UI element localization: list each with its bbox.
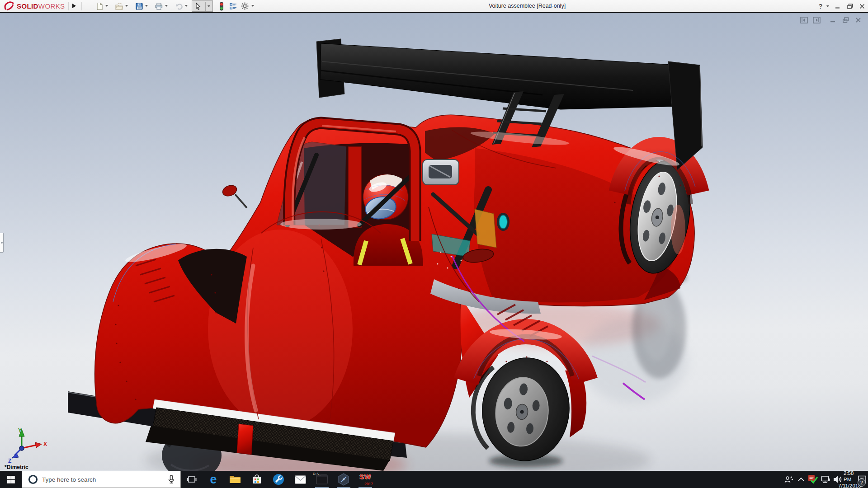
search-input[interactable] [42,476,167,483]
help-dropdown[interactable] [826,5,829,7]
undo-dropdown[interactable] [185,5,188,7]
intake-mirror-box[interactable] [423,160,459,185]
triad-z-label: Z [8,458,11,464]
titlebar: SOLIDWORKS [0,0,868,12]
system-tray: 2:58 PM 7/11/2018 2 [783,471,868,488]
view-orientation-label: *Dimetric [5,464,28,470]
people-icon [784,475,793,484]
taskbar-app-solidworks-2017[interactable]: SW 2017 [354,471,376,488]
edge-icon: e [210,474,217,486]
select-tool-group [192,0,213,12]
taskbar-spacer [376,471,783,488]
tray-overflow-button[interactable] [795,471,807,488]
rebuild-button[interactable] [216,1,226,11]
print-dropdown[interactable] [165,5,168,7]
new-document-dropdown[interactable] [105,5,108,7]
pane-right-icon[interactable] [812,16,821,24]
taskbar-clock[interactable]: 2:58 PM 7/11/2018 [844,471,856,488]
file-explorer-icon [229,474,241,484]
open-button[interactable] [114,1,124,11]
options-button[interactable] [240,1,250,11]
select-cursor-icon [194,2,202,10]
restore-icon [847,4,853,9]
document-close-button[interactable] [854,16,863,24]
task-view-icon [187,475,197,484]
graphics-viewport[interactable]: Y X Z *Dimetric [0,13,868,471]
separator [205,2,206,11]
document-restore-button[interactable] [841,16,850,24]
minimize-button[interactable] [833,2,843,10]
hexagon-app-icon [338,473,349,486]
select-tool-dropdown[interactable] [208,5,210,7]
help-button[interactable]: ? [816,2,826,10]
mail-icon [295,475,306,484]
feature-pane-handle[interactable] [0,233,4,253]
menu-flyout-arrow[interactable] [72,4,76,8]
wrench-circle-icon [273,474,284,485]
options-list-icon [229,2,237,10]
solidworks-2017-icon: SW 2017 [358,473,373,486]
undo-button[interactable] [174,1,184,11]
undo-icon [175,2,183,10]
new-document-icon [95,2,104,10]
windows-logo-icon [7,476,15,483]
command-prompt-icon [316,474,328,484]
window-title: Voiture assemblee [Read-only] [482,3,572,9]
triad-y-label: Y [18,427,22,434]
gear-icon [241,2,249,10]
traffic-light-rebuild-icon [218,2,225,11]
amber-panel [475,209,496,248]
orientation-triad: Y X Z [5,427,48,464]
tray-time: 2:58 PM [844,470,856,483]
solidworks-window: SOLIDWORKS [0,0,868,488]
taskbar-search[interactable] [22,471,181,488]
grille-divider [237,424,253,455]
taskbar-app-edge[interactable]: e [203,471,224,488]
notification-badge: 2 [858,479,866,487]
solidworks-logo-icon [4,1,15,11]
open-dropdown[interactable] [125,5,128,7]
separator [68,2,69,10]
save-dropdown[interactable] [145,5,148,7]
separator [81,2,82,10]
taskbar-app-hexagon[interactable] [333,471,354,488]
taskbar-app-store[interactable] [246,471,268,488]
options-dropdown[interactable] [251,5,254,7]
document-minimize-button[interactable] [829,16,837,24]
turquoise-vent [499,215,507,229]
windows-taskbar: e [0,471,868,488]
command-prompt-label: C:\_ [313,472,321,476]
start-button[interactable] [0,471,22,488]
display-settings-button[interactable] [228,1,238,11]
save-icon [135,2,143,10]
cortana-icon [28,474,38,485]
chevron-up-icon [797,477,805,482]
save-button[interactable] [134,1,144,11]
solidworks-resource-monitor[interactable] [807,471,819,488]
race-car-model[interactable] [0,13,868,471]
microsoft-store-icon [251,474,262,485]
taskbar-app-command-prompt[interactable]: C:\_ [311,471,333,488]
network-button[interactable] [819,471,831,488]
document-window-controls [800,16,863,24]
restore-button[interactable] [845,2,855,10]
taskbar-app-file-explorer[interactable] [224,471,246,488]
new-document-button[interactable] [94,1,104,11]
print-button[interactable] [154,1,164,11]
solidworks-logo-text: SOLIDWORKS [17,2,65,10]
microphone-icon[interactable] [167,474,176,484]
minimize-icon [835,4,840,9]
network-icon [821,475,830,484]
select-tool-button[interactable] [193,1,203,11]
pane-left-icon[interactable] [800,16,808,24]
taskbar-app-settings-tool[interactable] [268,471,289,488]
people-button[interactable] [783,471,795,488]
print-icon [155,2,163,10]
close-icon [859,4,865,9]
taskbar-app-mail[interactable] [289,471,311,488]
action-center-button[interactable]: 2 [856,471,868,488]
close-button[interactable] [857,2,867,10]
open-folder-icon [115,2,123,10]
solidworks-logo: SOLIDWORKS [4,1,65,11]
task-view-button[interactable] [181,471,203,488]
